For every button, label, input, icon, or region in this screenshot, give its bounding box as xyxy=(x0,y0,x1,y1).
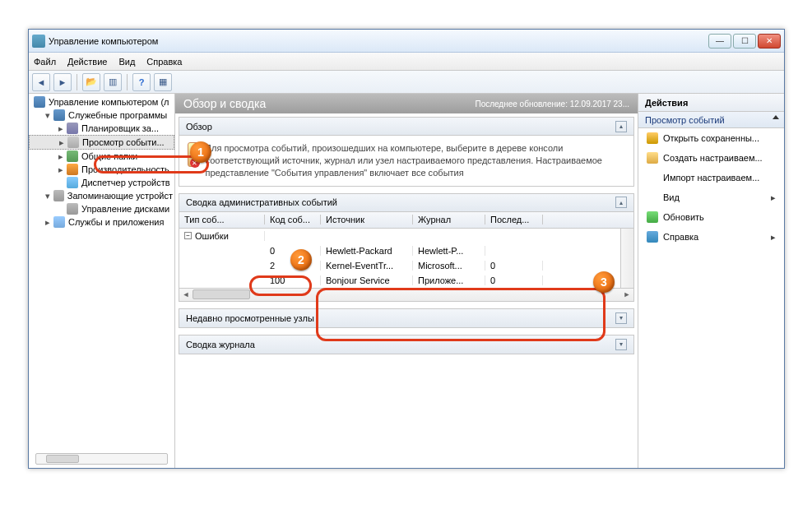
tree-item[interactable]: ▸Производительность xyxy=(29,163,174,176)
menu-view[interactable]: Вид xyxy=(118,57,135,67)
action-icon xyxy=(647,231,658,243)
callout-3: 3 xyxy=(593,271,615,293)
menu-file[interactable]: Файл xyxy=(34,57,56,67)
cell-last: 0 xyxy=(485,261,543,271)
tree-item-label: Просмотр событи... xyxy=(82,137,165,147)
table-row[interactable]: 100Bonjour ServiceПриложе...0 xyxy=(179,273,633,288)
forward-button[interactable]: ► xyxy=(53,73,72,91)
maximize-button[interactable]: ☐ xyxy=(733,34,756,49)
tree-caret-icon[interactable]: ▸ xyxy=(58,137,66,148)
minimize-button[interactable]: — xyxy=(708,34,731,49)
recent-title: Недавно просмотренные узлы xyxy=(186,313,615,323)
body: Управление компьютером (л ▾Служебные про… xyxy=(29,94,784,468)
separator xyxy=(127,74,128,90)
nav-tree[interactable]: Управление компьютером (л ▾Служебные про… xyxy=(29,94,175,468)
overview-head[interactable]: Обзор ▴ xyxy=(179,118,633,136)
table-hscroll[interactable]: ◄ ► xyxy=(179,288,633,301)
action-item[interactable]: Открыть сохраненны... xyxy=(638,128,784,148)
scroll-thumb[interactable] xyxy=(193,289,250,299)
table-group-row[interactable]: − Ошибки xyxy=(179,229,633,243)
panel-admin-summary: Сводка административных событий ▴ Тип со… xyxy=(179,193,634,302)
table-row[interactable]: 0Hewlett-PackardHewlett-P... xyxy=(179,243,633,258)
action-item[interactable]: Вид▸ xyxy=(638,187,784,207)
help-button[interactable]: ? xyxy=(132,73,151,91)
tree-item-icon xyxy=(67,123,78,134)
recent-head[interactable]: Недавно просмотренные узлы ▾ xyxy=(179,309,633,327)
collapse-icon[interactable]: ▴ xyxy=(615,121,627,132)
action-label: Импорт настраиваем... xyxy=(663,173,759,183)
tree-item-label: Служебные программы xyxy=(68,110,167,120)
action-label: Создать настраиваем... xyxy=(663,153,763,163)
admin-summary-title: Сводка административных событий xyxy=(186,197,615,207)
panel-overview: Обзор ▴ Для просмотра событий, произошед… xyxy=(179,117,634,187)
tree-caret-icon[interactable]: ▾ xyxy=(44,191,52,201)
action-item[interactable]: Справка▸ xyxy=(638,227,784,247)
tree-caret-icon[interactable]: ▸ xyxy=(57,123,65,134)
menu-help[interactable]: Справка xyxy=(146,57,182,67)
scroll-track[interactable] xyxy=(193,289,620,299)
col-code[interactable]: Код соб... xyxy=(265,215,321,224)
tree-root-label: Управление компьютером (л xyxy=(49,97,169,107)
table-header: Тип соб... Код соб... Источник Журнал По… xyxy=(179,212,633,229)
tree-item[interactable]: ▾Служебные программы xyxy=(29,109,174,122)
toolbar: ◄ ► 📂 ▥ ? ▦ xyxy=(29,71,784,94)
table-row[interactable]: 2Kernel-EventTr...Microsoft...0 xyxy=(179,258,633,273)
titlebar[interactable]: Управление компьютером — ☐ ✕ xyxy=(29,30,784,53)
expand-icon[interactable]: ▾ xyxy=(615,339,627,350)
overview-text: Для просмотра событий, произошедших на к… xyxy=(206,142,625,179)
tree-item[interactable]: Управление дисками xyxy=(29,202,174,215)
col-source[interactable]: Источник xyxy=(321,215,413,224)
window-title: Управление компьютером xyxy=(49,36,708,46)
scroll-left-icon[interactable]: ◄ xyxy=(179,290,193,298)
col-journal[interactable]: Журнал xyxy=(413,215,485,224)
tree-item-label: Планировщик за... xyxy=(81,123,159,133)
action-item[interactable]: Импорт настраиваем... xyxy=(638,168,784,187)
log-summary-head[interactable]: Сводка журнала ▾ xyxy=(179,335,633,354)
tree-hscroll[interactable] xyxy=(35,453,168,465)
group-label: Ошибки xyxy=(195,231,229,241)
collapse-minus-icon[interactable]: − xyxy=(184,232,192,239)
tree-caret-icon[interactable]: ▸ xyxy=(57,151,65,162)
action-icon xyxy=(647,192,658,203)
scroll-thumb[interactable] xyxy=(46,455,79,463)
action-label: Вид xyxy=(663,192,680,202)
action-label: Обновить xyxy=(663,212,704,222)
close-button[interactable]: ✕ xyxy=(758,34,781,49)
tree-item-icon xyxy=(53,216,65,228)
panel-log-summary: Сводка журнала ▾ xyxy=(179,335,634,354)
menubar: Файл Действие Вид Справка xyxy=(29,53,784,71)
tree-item[interactable]: ▸Общие папки xyxy=(29,150,174,163)
action-item[interactable]: Создать настраиваем... xyxy=(638,148,784,168)
actions-group-label: Просмотр событий xyxy=(645,115,725,125)
tree-item-icon xyxy=(53,109,65,121)
tree-item-label: Управление дисками xyxy=(81,204,169,214)
col-type[interactable]: Тип соб... xyxy=(179,215,265,224)
tree-item[interactable]: ▾Запоминающие устройст xyxy=(29,189,174,202)
tree-caret-icon[interactable]: ▸ xyxy=(57,164,65,175)
cell-source: Kernel-EventTr... xyxy=(321,261,413,271)
cell-journal: Hewlett-P... xyxy=(413,246,485,256)
extra-button[interactable]: ▦ xyxy=(154,73,172,91)
back-button[interactable]: ◄ xyxy=(32,73,50,91)
tree-item[interactable]: ▸Просмотр событи... xyxy=(29,135,174,150)
admin-summary-head[interactable]: Сводка административных событий ▴ xyxy=(179,194,633,212)
table-vscroll[interactable] xyxy=(620,229,633,288)
action-item[interactable]: Обновить xyxy=(638,207,784,227)
tree-item[interactable]: ▸Службы и приложения xyxy=(29,215,174,229)
collapse-icon[interactable]: ▴ xyxy=(615,197,627,208)
actions-group[interactable]: Просмотр событий xyxy=(638,112,784,128)
expand-icon[interactable]: ▾ xyxy=(615,312,627,324)
action-label: Справка xyxy=(663,232,698,242)
col-last[interactable]: Послед... xyxy=(485,215,543,224)
tree-root[interactable]: Управление компьютером (л xyxy=(29,95,174,109)
menu-action[interactable]: Действие xyxy=(67,57,107,67)
folder-button[interactable]: 📂 xyxy=(82,73,100,91)
tree-caret-icon[interactable]: ▸ xyxy=(44,217,52,228)
tree-item[interactable]: Диспетчер устройств xyxy=(29,176,174,189)
tree-item[interactable]: ▸Планировщик за... xyxy=(29,122,174,135)
scroll-right-icon[interactable]: ► xyxy=(620,290,633,298)
tree-caret-icon[interactable]: ▾ xyxy=(44,110,52,121)
props-button[interactable]: ▥ xyxy=(104,73,122,91)
tree-item-label: Общие папки xyxy=(81,151,137,161)
tree-item-label: Службы и приложения xyxy=(68,217,164,227)
